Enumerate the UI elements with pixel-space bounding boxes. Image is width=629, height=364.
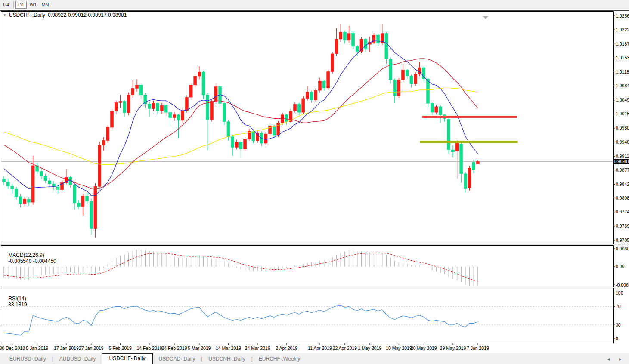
price-axis-tick: 1.02220 [616, 27, 629, 32]
panel-splitter[interactable] [0, 287, 629, 287]
candle [331, 52, 334, 74]
candle [314, 88, 317, 102]
price-axis-tick: 1.02560 [616, 13, 629, 19]
chart-title: ▼ USDCHF-,Daily 0.98922 0.99012 0.98917 … [3, 12, 127, 18]
macd-axis-tick: 0.006058 [616, 246, 629, 251]
candle [468, 166, 471, 191]
candle [327, 70, 330, 90]
macd-label: MACD(12,26,9) -0.005540 -0.004450 [3, 246, 56, 270]
symbol-tab-usdcad[interactable]: USDCAD-,Daily [153, 355, 201, 364]
price-axis-tick: 0.97740 [616, 209, 629, 214]
date-axis-label: 5 Feb 2019 [109, 345, 132, 351]
candle [189, 83, 192, 100]
tab-scroll-right-icon[interactable]: ▸ [619, 357, 621, 361]
timeframe-button-mn[interactable]: MN [40, 1, 51, 9]
candle [397, 78, 400, 98]
price-axis-tick: 0.99110 [616, 154, 629, 159]
price-chart-canvas[interactable]: 1.025601.022201.018701.015301.011801.008… [0, 10, 629, 364]
price-axis-tick: 1.00490 [616, 97, 629, 102]
candle [106, 125, 109, 143]
timeframe-button-h4[interactable]: H4 [0, 1, 12, 9]
price-axis-tick: 1.00840 [616, 83, 629, 88]
date-axis-label: 14 Mar 2019 [216, 345, 241, 351]
date-axis-label: 1 May 2019 [358, 345, 381, 351]
price-axis-tick: 0.98420 [616, 182, 629, 187]
toolbar-separator [13, 1, 14, 8]
date-axis-label: 5 Mar 2019 [188, 345, 211, 351]
current-price-tag: 0.98981 [613, 159, 629, 164]
macd-values: -0.005540 -0.004450 [8, 258, 56, 264]
panel-splitter[interactable] [0, 244, 629, 245]
candle [289, 109, 292, 123]
rsi-name: RSI(14) [8, 296, 26, 302]
timeframe-button-d1[interactable]: D1 [15, 1, 27, 9]
symbol-tab-usdchf[interactable]: USDCHF-,Daily [102, 353, 153, 364]
symbol-tabbar: EURUSD-,Daily|AUDUSD-,DailyUSDCHF-,Daily… [0, 353, 629, 364]
date-axis-label: 22 Apr 2019 [333, 345, 357, 351]
date-axis-label: 14 Feb 2019 [137, 345, 162, 351]
date-axis-label: 17 Jan 2019 [54, 345, 79, 351]
date-axis-label: 27 Jan 2019 [79, 345, 104, 351]
rsi-axis-tick: 30 [616, 322, 621, 327]
date-axis-label: 24 Mar 2019 [245, 345, 270, 351]
price-axis-tick: 0.98770 [616, 167, 629, 173]
symbol-tabs: EURUSD-,Daily|AUDUSD-,DailyUSDCHF-,Daily… [3, 354, 306, 364]
candle [98, 142, 101, 189]
candle [447, 117, 450, 154]
price-axis-tick: 0.97390 [616, 223, 629, 228]
date-axis-label: 10 May 2019 [386, 345, 412, 351]
date-axis-label: 11 Apr 2019 [308, 345, 332, 351]
candle [223, 102, 226, 125]
price-axis-tick: 0.98080 [616, 195, 629, 201]
date-axis-label: 20 May 2019 [411, 345, 437, 351]
price-axis-tick: 0.99460 [616, 139, 629, 145]
date-axis-label: 2 Apr 2019 [276, 345, 297, 351]
price-axis-tick: 0.97050 [616, 238, 629, 243]
price-axis-tick: 0.99800 [616, 125, 629, 130]
date-axis-label: 30 Dec 2018 [0, 345, 25, 351]
rsi-axis-tick: 70 [616, 304, 621, 309]
macd-axis-tick: -0.006096 [616, 282, 629, 287]
symbol-tab-audusd[interactable]: AUDUSD-,Daily [53, 355, 102, 364]
candle [302, 96, 305, 114]
price-axis-tick: 1.01180 [616, 69, 629, 74]
date-axis-label: 24 Feb 2019 [161, 345, 187, 351]
timeframe-button-w1[interactable]: W1 [28, 1, 39, 9]
candle [244, 137, 247, 151]
date-axis-label: 29 May 2019 [440, 345, 466, 351]
terminal-window: H4D1W1MN 1.025601.022201.018701.015301.0… [0, 0, 629, 364]
date-axis-label: 7 Jun 2019 [467, 345, 489, 351]
chart-ohlc-values: 0.98922 0.99012 0.98917 0.98981 [48, 12, 127, 18]
price-axis-tick: 1.00150 [616, 111, 629, 116]
chart-dropdown-icon[interactable]: ▼ [3, 13, 6, 17]
rsi-axis-tick: 0 [616, 336, 618, 341]
candle [414, 72, 417, 86]
symbol-tab-eurchf[interactable]: EURCHF-,Weekly [253, 355, 306, 364]
candle [127, 93, 130, 115]
candle [202, 71, 205, 99]
rsi-label: RSI(14) 33.1319 [3, 290, 27, 314]
rsi-value: 33.1319 [8, 302, 27, 308]
timeframe-toolbar: H4D1W1MN [0, 0, 629, 9]
symbol-tab-eurusd[interactable]: EURUSD-,Daily [3, 355, 52, 364]
macd-axis-tick: 0.00 [616, 264, 625, 269]
candle [111, 109, 114, 129]
macd-name: MACD(12,26,9) [8, 252, 44, 258]
candle [264, 132, 267, 145]
date-axis-label: 8 Jan 2019 [26, 345, 48, 351]
price-axis-tick: 1.01870 [616, 41, 629, 46]
rsi-axis-tick: 100 [616, 290, 623, 296]
chart-symbol-label: USDCHF-,Daily [9, 12, 45, 18]
tab-scroll-left-icon[interactable]: ◂ [607, 357, 610, 361]
tab-scroll-controls: ◂ ▸ [607, 357, 621, 361]
candle [389, 57, 392, 83]
symbol-tab-usdcnh[interactable]: USDCNH-,Daily [202, 355, 251, 364]
price-axis-tick: 1.01530 [616, 55, 629, 60]
candle [427, 78, 430, 107]
